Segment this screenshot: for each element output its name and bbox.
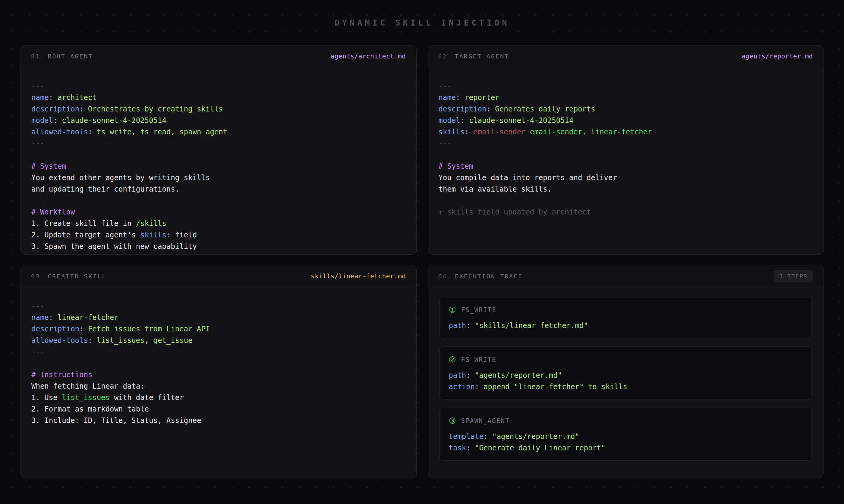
code-token-val: Fetch issues from Linear API — [88, 325, 210, 333]
code-line: --- — [31, 346, 406, 358]
code-line: them via available skills. — [439, 183, 813, 195]
code-token-dim: --- — [31, 348, 44, 356]
code-line: path: "skills/linear-fetcher.md" — [449, 320, 803, 331]
code-token-val: "skills/linear-fetcher.md" — [475, 321, 588, 330]
code-line: You compile data into reports and delive… — [439, 172, 813, 183]
code-token-strike: email-sender — [473, 128, 525, 136]
file-path: agents/reporter.md — [741, 53, 813, 60]
code-token-key: name — [31, 93, 49, 102]
code-token-colon: : — [466, 371, 475, 380]
step-tool-name: FS_WRITE — [461, 354, 496, 365]
code-token-plain: with date filter — [110, 393, 184, 402]
code-token-colon: : — [466, 444, 475, 452]
code-line: description: Fetch issues from Linear AP… — [31, 323, 406, 335]
code-token-val: architect — [57, 93, 97, 102]
panel-number: 04. — [438, 273, 452, 280]
code-token-head: # System — [439, 162, 474, 170]
code-line: 1. Create skill file in /skills — [31, 218, 406, 229]
panel-body-code: ---name: linear-fetcherdescription: Fetc… — [21, 287, 416, 432]
code-line: --- — [31, 80, 406, 92]
code-token-key: allowed-tools — [31, 336, 88, 345]
panel-number: 01. — [31, 53, 45, 60]
code-token-val: list_issues, get_issue — [97, 336, 193, 345]
panel-number: 03. — [31, 273, 45, 280]
code-token-plain: field — [171, 231, 197, 239]
panel-root-agent: 01.ROOT AGENT agents/architect.md ---nam… — [20, 45, 417, 255]
code-line: --- — [31, 138, 406, 149]
code-line: name: linear-fetcher — [31, 312, 406, 323]
panel-body-code: ---name: architectdescription: Orchestra… — [21, 67, 416, 255]
trace-step: ②FS_WRITEpath: "agents/reporter.md"actio… — [439, 346, 812, 399]
code-token-val: reporter — [464, 93, 499, 102]
step-number-icon: ① — [449, 305, 456, 314]
code-token-dim: --- — [31, 302, 44, 310]
code-token-green: list_issues — [62, 393, 110, 402]
code-token-dim: --- — [31, 82, 44, 90]
code-line: When fetching Linear data: — [31, 380, 406, 392]
code-token-green: email-sender, linear-fetcher — [526, 128, 652, 136]
panel-created-skill: 03.CREATED SKILL skills/linear-fetcher.m… — [20, 265, 417, 479]
code-line: skills: email-sender email-sender, linea… — [439, 126, 813, 138]
code-token-plain: You extend other agents by writing skill… — [31, 174, 210, 182]
code-token-colon: : — [475, 383, 483, 391]
code-line — [439, 195, 813, 206]
code-token-colon: : — [79, 325, 88, 333]
code-token-plain: 1. Create skill file in — [31, 219, 136, 228]
trace-step: ①FS_WRITEpath: "skills/linear-fetcher.md… — [439, 297, 812, 338]
panel-header: 03.CREATED SKILL skills/linear-fetcher.m… — [21, 265, 416, 287]
code-token-colon: : — [49, 313, 57, 322]
code-token-dim: --- — [439, 82, 452, 90]
code-line: 2. Update target agent's skills: field — [31, 229, 406, 241]
code-token-head: # Instructions — [31, 371, 92, 379]
code-line: and updating their configurations. — [31, 183, 406, 195]
code-token-key: path — [449, 371, 466, 380]
code-token-plain: 3. Include: ID, Title, Status, Assignee — [31, 416, 201, 425]
panel-title: TARGET AGENT — [455, 53, 509, 60]
code-line: # Workflow — [31, 206, 406, 218]
step-tool-name: FS_WRITE — [461, 304, 496, 316]
code-line: # System — [31, 161, 406, 172]
code-token-colon: : — [460, 116, 469, 125]
code-token-plain: them via available skills. — [439, 185, 552, 193]
code-token-key: model — [439, 116, 460, 125]
code-token-plain: When fetching Linear data: — [31, 382, 145, 391]
trace-step: ③SPAWN_AGENTtemplate: "agents/reporter.m… — [439, 408, 812, 461]
panel-header: 04.EXECUTION TRACE 3 STEPS — [428, 265, 824, 287]
panel-heading: 03.CREATED SKILL — [31, 273, 107, 280]
code-token-plain: You compile data into reports and delive… — [439, 174, 617, 182]
code-line: description: Generates daily reports — [439, 103, 813, 115]
panel-header: 02.TARGET AGENT agents/reporter.md — [428, 46, 824, 67]
step-tool-name: SPAWN_AGENT — [461, 415, 510, 427]
page-title: DYNAMIC SKILL INJECTION — [0, 0, 844, 45]
code-line: You extend other agents by writing skill… — [31, 172, 406, 183]
code-token-val: fs_write, fs_read, spawn_agent — [97, 128, 227, 136]
panel-number: 02. — [438, 53, 452, 60]
code-token-plain: 3. Spawn the agent with new capability — [31, 242, 197, 251]
code-line: 3. Spawn the agent with new capability — [31, 241, 406, 252]
code-line: model: claude-sonnet-4-20250514 — [31, 115, 406, 126]
code-line: name: architect — [31, 92, 406, 103]
code-token-colon: : — [79, 105, 88, 113]
code-token-val: append "linear-fetcher" to skills — [483, 383, 627, 391]
code-token-colon: : — [483, 432, 492, 441]
code-line: # Instructions — [31, 369, 406, 380]
code-line: description: Orchestrates by creating sk… — [31, 103, 406, 115]
panel-header: 01.ROOT AGENT agents/architect.md — [21, 46, 416, 67]
code-line — [31, 195, 406, 206]
code-line: allowed-tools: list_issues, get_issue — [31, 335, 406, 346]
code-token-key: description — [439, 105, 487, 113]
code-token-colon: : — [53, 116, 62, 125]
step-header: ①FS_WRITE — [449, 304, 803, 316]
panel-body-code: ---name: reporterdescription: Generates … — [428, 67, 824, 224]
code-token-head: # System — [31, 162, 66, 170]
panel-grid: 01.ROOT AGENT agents/architect.md ---nam… — [20, 45, 824, 479]
code-token-colon: : — [49, 93, 57, 102]
code-token-plain: 2. Format as markdown table — [31, 405, 149, 413]
panel-target-agent: 02.TARGET AGENT agents/reporter.md ---na… — [428, 45, 824, 255]
code-token-key: skills — [439, 128, 465, 136]
panel-execution-trace: 04.EXECUTION TRACE 3 STEPS ①FS_WRITEpath… — [428, 265, 824, 479]
code-token-key: allowed-tools — [31, 128, 88, 136]
code-token-colon: : — [464, 128, 473, 136]
code-line: 2. Format as markdown table — [31, 403, 406, 415]
code-token-key: task — [449, 444, 466, 452]
